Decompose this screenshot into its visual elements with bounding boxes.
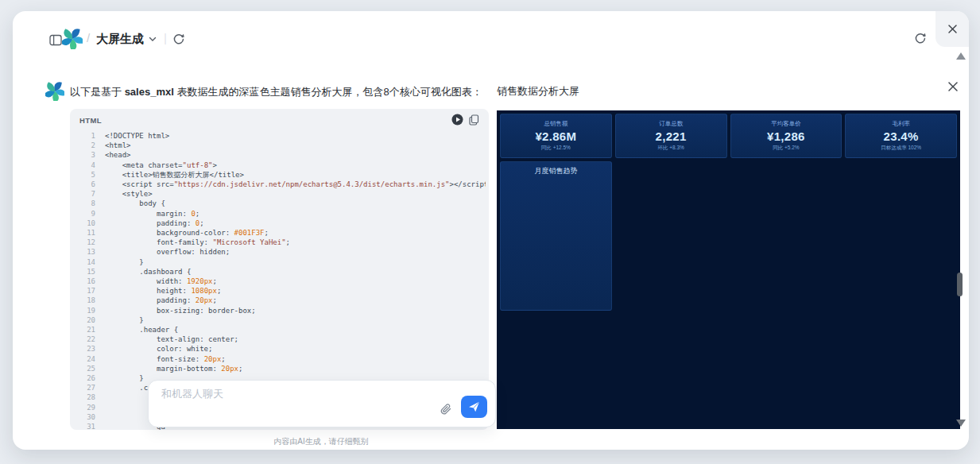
code-line: 18 padding: 20px;	[78, 296, 486, 305]
kpi-card: 总销售额¥2.86M同比 +12.5%	[500, 114, 612, 158]
close-window-button[interactable]	[935, 11, 969, 47]
code-line: 7 <style>	[78, 189, 486, 199]
table-name: sales_mxl	[125, 86, 174, 98]
kpi-card: 毛利率23.4%目标达成率 102%	[845, 114, 957, 158]
app-window: / 大屏生成 | 以下是基于 sales_mxl 表数据生成的深蓝色主题销售分析…	[0, 0, 980, 464]
code-line: 8 body {	[78, 199, 486, 208]
app-logo	[62, 29, 83, 49]
assistant-avatar	[45, 82, 64, 101]
code-line: 13 overflow: hidden;	[78, 247, 486, 257]
code-line: 11 background-color: #001F3F;	[78, 228, 486, 238]
chart-card-line: 月度销售趋势	[500, 161, 612, 311]
code-line: 25 margin-bottom: 20px;	[78, 364, 486, 373]
preview-title: 销售数据分析大屏	[497, 84, 579, 99]
code-line: 4 <meta charset="utf-8">	[78, 160, 486, 170]
message-text-suffix: 表数据生成的深蓝色主题销售分析大屏，包含8个核心可视化图表：	[174, 86, 482, 98]
code-line: 15 .dashboard {	[78, 267, 486, 276]
code-line: 10 padding: 0;	[78, 218, 486, 228]
scroll-down-icon[interactable]	[956, 420, 966, 427]
code-line: 24 font-size: 20px;	[78, 354, 486, 364]
app-title-dropdown[interactable]: 大屏生成	[96, 32, 144, 47]
message-text: 以下是基于	[70, 86, 125, 98]
code-line: 9 margin: 0;	[78, 209, 486, 218]
send-plane-icon	[468, 401, 480, 412]
chat-input[interactable]	[160, 387, 417, 400]
dashboard-grid: 总销售额¥2.86M同比 +12.5%订单总数2,221环比 +8.3%平均客单…	[497, 110, 960, 429]
kpi-card: 平均客单价¥1,286同比 +5.2%	[730, 114, 842, 158]
code-block-header: HTML	[70, 109, 489, 130]
code-line: 16 width: 1920px;	[78, 276, 486, 286]
code-line: 6 <script src="https://cdn.jsdelivr.net/…	[78, 180, 486, 189]
assistant-message: 以下是基于 sales_mxl 表数据生成的深蓝色主题销售分析大屏，包含8个核心…	[70, 85, 483, 99]
code-line: 1<!DOCTYPE html>	[78, 131, 486, 141]
code-line: 3<head>	[78, 150, 486, 160]
run-code-icon[interactable]	[451, 114, 463, 126]
code-line: 14 }	[78, 257, 486, 267]
code-line: 23 color: white;	[78, 344, 486, 354]
copy-icon[interactable]	[469, 114, 479, 126]
sidebar-toggle-icon[interactable]	[49, 34, 62, 46]
attachment-icon[interactable]	[440, 403, 452, 416]
scroll-up-icon[interactable]	[956, 52, 966, 60]
scrollbar-thumb[interactable]	[957, 273, 963, 296]
code-line: 17 height: 1080px;	[78, 286, 486, 296]
chart-canvas	[501, 178, 612, 311]
code-line: 2<html>	[78, 141, 486, 150]
code-line: 5 <title>销售数据分析大屏</title>	[78, 170, 486, 180]
code-line: 20 }	[78, 315, 486, 325]
chevron-down-icon[interactable]	[149, 37, 157, 42]
close-icon	[947, 24, 958, 34]
refresh-icon[interactable]	[913, 32, 927, 45]
breadcrumb-slash: /	[87, 31, 90, 44]
code-line: 21 .header {	[78, 325, 486, 334]
code-line: 22 text-align: center;	[78, 334, 486, 344]
kpi-card: 订单总数2,221环比 +8.3%	[615, 114, 727, 158]
new-session-icon[interactable]	[172, 33, 185, 46]
code-line: 12 font-family: "Microsoft YaHei";	[78, 238, 486, 247]
code-line: 19 box-sizing: border-box;	[78, 306, 486, 315]
code-language-label: HTML	[79, 116, 102, 125]
preview-close-icon[interactable]	[947, 81, 959, 92]
ai-disclaimer: 内容由AI生成，请仔细甄别	[148, 436, 494, 447]
chat-input-box	[148, 380, 496, 427]
send-button[interactable]	[461, 396, 487, 418]
topbar-divider: |	[164, 31, 167, 44]
